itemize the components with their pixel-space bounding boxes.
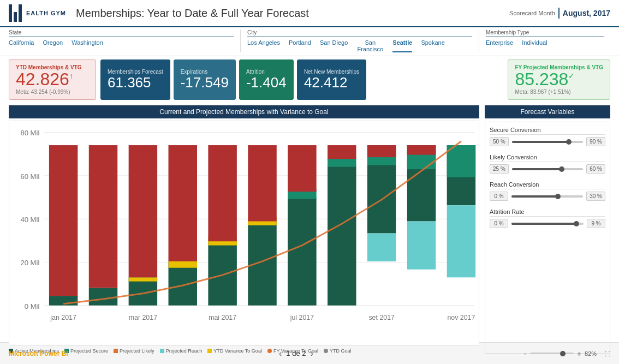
var-attrition-fill — [511, 223, 576, 225]
kpi-ytd-value: 42.826↑ — [16, 70, 89, 88]
svg-text:60 Mil: 60 Mil — [20, 172, 39, 181]
svg-rect-16 — [129, 145, 157, 277]
var-likely: Likely Conversion 25 % 60 % — [490, 154, 605, 174]
zoom-thumb[interactable] — [560, 351, 566, 356]
kpi-memberships-card: Memberships Forecast 61.365 — [100, 59, 170, 100]
legend-projsecure-label: Projected Secure — [70, 348, 108, 354]
page-info: 1 de 2 — [286, 349, 306, 357]
kpi-memberships-value: 61.365 — [108, 75, 163, 91]
powerbi-link[interactable]: Microsoft Power BI — [9, 350, 68, 357]
var-likely-thumb[interactable] — [559, 166, 564, 172]
svg-text:set 2017: set 2017 — [368, 314, 395, 321]
chart-svg: 80 Mil 60 Mil 40 Mil 20 Mil 0 Mil — [9, 121, 479, 345]
chart-panel: Current and Projected Memberships with V… — [9, 105, 479, 354]
var-secure: Secure Conversion 50 % 90 % — [490, 127, 605, 146]
right-panel: Forecast Variables Secure Conversion 50 … — [485, 105, 610, 354]
svg-rect-19 — [169, 145, 197, 261]
legend-proj-reach: Projected Reach — [160, 348, 203, 354]
legend-projlikely-label: Projected Likely — [120, 348, 154, 354]
filters-bar: State California Oregon Washington City … — [0, 27, 619, 56]
var-likely-track[interactable] — [512, 168, 583, 170]
zoom-slider[interactable] — [530, 353, 574, 354]
kpi-row: YTD Memberships & VTG 42.826↑ Meta: 43.2… — [0, 56, 619, 103]
scorecard-area: Scorecard Month August, 2017 — [509, 8, 610, 19]
var-reach-fill — [511, 195, 558, 198]
var-attrition: Attrition Rate 0 % 9 % — [490, 208, 605, 228]
legend-ytd-variance: YTD Variance To Goal — [207, 348, 262, 354]
filter-sanfrancisco[interactable]: San Francisco — [356, 39, 384, 52]
forecast-title: Forecast Variables — [485, 105, 610, 118]
chart-title: Current and Projected Memberships with V… — [9, 105, 479, 118]
kpi-ytd-card: YTD Memberships & VTG 42.826↑ Meta: 43.2… — [9, 59, 96, 100]
var-secure-track[interactable] — [512, 141, 583, 143]
legend-projlikely-icon — [114, 349, 118, 353]
logo-icon — [9, 4, 22, 22]
logo-text: EALTH GYM — [26, 10, 66, 16]
legend-ytd-goal: YTD Goal — [324, 348, 352, 354]
filter-losangeles[interactable]: Los Angeles — [247, 39, 280, 52]
var-attrition-label: Attrition Rate — [490, 208, 605, 217]
svg-rect-28 — [288, 145, 316, 192]
svg-text:0 Mil: 0 Mil — [25, 302, 40, 311]
var-secure-max: 90 % — [586, 137, 605, 146]
fullscreen-icon[interactable]: ⛶ — [604, 350, 610, 357]
zoom-in-button[interactable]: + — [577, 349, 581, 358]
state-filter-items: California Oregon Washington — [9, 39, 234, 46]
var-secure-thumb[interactable] — [566, 139, 572, 145]
filter-portland[interactable]: Portland — [289, 39, 311, 52]
content-area: Current and Projected Memberships with V… — [0, 103, 619, 356]
kpi-cards: Memberships Forecast 61.365 Expirations … — [100, 59, 503, 100]
var-attrition-max: 9 % — [587, 219, 605, 228]
var-reach: Reach Conversion 0 % 30 % — [490, 181, 605, 201]
prev-page-button[interactable]: ‹ — [279, 349, 282, 359]
filter-seattle[interactable]: Seattle — [392, 39, 412, 52]
legend-ytdgoal-label: YTD Goal — [330, 348, 352, 354]
membership-filter: Membership Type Enterprise Individual — [479, 29, 610, 52]
var-attrition-min: 0 % — [490, 219, 508, 228]
kpi-netnew-value: 42.412 — [304, 75, 359, 91]
var-likely-fill — [512, 168, 562, 170]
svg-rect-29 — [328, 165, 356, 306]
next-page-button[interactable]: › — [310, 349, 313, 359]
var-reach-thumb[interactable] — [555, 194, 561, 199]
svg-text:jul 2017: jul 2017 — [290, 314, 314, 321]
var-reach-track[interactable] — [511, 195, 583, 198]
svg-rect-18 — [169, 261, 197, 268]
var-attrition-thumb[interactable] — [574, 221, 579, 226]
filter-washington[interactable]: Washington — [72, 39, 103, 46]
svg-rect-42 — [447, 205, 475, 277]
filter-enterprise[interactable]: Enterprise — [486, 39, 513, 46]
svg-rect-31 — [328, 145, 356, 159]
var-secure-range: 50 % 90 % — [490, 137, 605, 146]
filter-california[interactable]: California — [9, 39, 34, 46]
var-attrition-track[interactable] — [511, 223, 584, 225]
var-secure-label: Secure Conversion — [490, 127, 605, 135]
header-title: Memberships: Year to Date & Full Year Fo… — [76, 7, 309, 20]
filter-oregon[interactable]: Oregon — [43, 39, 63, 46]
kpi-attrition-value: -1.404 — [246, 75, 287, 91]
var-likely-max: 60 % — [586, 164, 605, 174]
filter-sandiego[interactable]: San Diego — [320, 39, 348, 52]
city-filter-items: Los Angeles Portland San Diego San Franc… — [247, 39, 472, 52]
membership-filter-items: Enterprise Individual — [486, 39, 604, 46]
chart-legend: Active Memberships Projected Secure Proj… — [9, 348, 479, 354]
var-likely-label: Likely Conversion — [490, 154, 605, 162]
kpi-fy-value: 85.238✓ — [515, 70, 603, 88]
legend-ytdvariance-icon — [207, 349, 212, 353]
kpi-expirations-value: -17.549 — [181, 75, 229, 91]
svg-rect-11 — [49, 145, 78, 296]
var-reach-range: 0 % 30 % — [490, 192, 605, 201]
membership-filter-label: Membership Type — [486, 29, 604, 37]
state-filter: State California Oregon Washington — [9, 29, 241, 52]
chart-body: 80 Mil 60 Mil 40 Mil 20 Mil 0 Mil — [9, 121, 479, 346]
legend-proj-secure: Projected Secure — [64, 348, 108, 354]
zoom-out-button[interactable]: - — [524, 349, 527, 358]
var-reach-label: Reach Conversion — [490, 181, 605, 189]
svg-text:40 Mil: 40 Mil — [20, 216, 39, 224]
filter-individual[interactable]: Individual — [522, 39, 547, 46]
legend-proj-likely: Projected Likely — [114, 348, 154, 354]
filter-spokane[interactable]: Spokane — [421, 39, 444, 52]
var-likely-min: 25 % — [490, 164, 509, 174]
pagination: ‹ 1 de 2 › — [279, 349, 313, 359]
svg-text:jan 2017: jan 2017 — [50, 314, 76, 321]
